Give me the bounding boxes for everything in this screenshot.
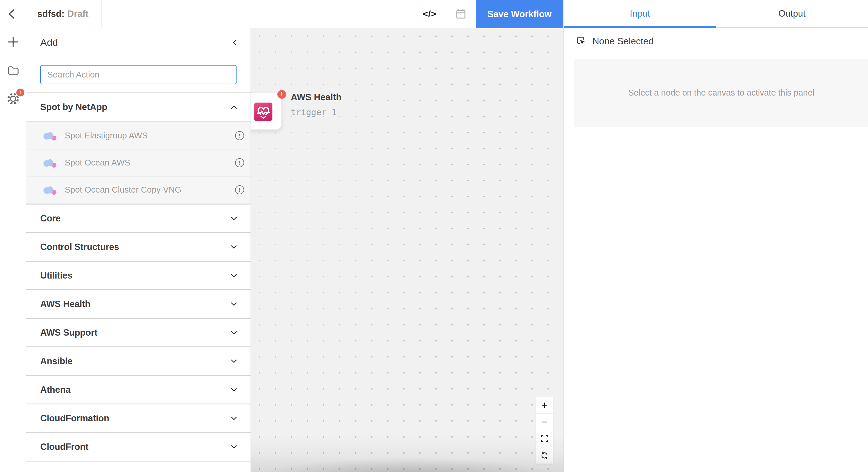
plus-icon xyxy=(6,35,20,49)
back-button[interactable] xyxy=(0,0,26,28)
category-label: AWS Health xyxy=(40,299,90,309)
category-cloudformation[interactable]: CloudFormation xyxy=(26,404,251,432)
category-spot-by-netapp[interactable]: Spot by NetApp xyxy=(26,93,251,122)
aws-health-node-icon xyxy=(254,103,272,121)
folder-icon xyxy=(6,64,20,77)
zoom-in-button[interactable]: + xyxy=(536,397,553,414)
code-view-button[interactable]: </> xyxy=(414,0,445,28)
fit-view-button[interactable] xyxy=(536,430,553,447)
chevron-down-icon xyxy=(230,444,238,449)
reset-icon xyxy=(540,451,549,460)
fullscreen-icon xyxy=(540,434,549,443)
node-label: AWS Health trigger_1 xyxy=(291,92,342,117)
zoom-out-button[interactable]: − xyxy=(536,414,553,430)
category-label: CloudFormation xyxy=(40,413,110,424)
spot-items-list: Spot Elastigroup AWS ! Spot Ocean AWS ! xyxy=(26,122,251,204)
calendar-icon xyxy=(455,8,467,20)
list-item-label: Spot Ocean Cluster Copy VNG xyxy=(65,185,181,195)
category-label: Control Structures xyxy=(40,242,119,252)
category-label: Core xyxy=(40,213,61,224)
active-tab-underline xyxy=(564,26,716,28)
workflow-title: sdfsd: Draft xyxy=(26,0,102,28)
category-ansible[interactable]: Ansible xyxy=(26,346,251,375)
list-item-spot-ocean-cluster-copy-vng[interactable]: Spot Ocean Cluster Copy VNG ! xyxy=(26,176,251,204)
inspector-panel: Input Output None Selected Select a node… xyxy=(563,0,868,472)
search-action-input[interactable] xyxy=(40,65,237,84)
code-icon: </> xyxy=(423,9,436,19)
list-item-spot-ocean-aws[interactable]: Spot Ocean AWS ! xyxy=(26,149,251,176)
category-control-structures[interactable]: Control Structures xyxy=(26,232,251,261)
selection-status: None Selected xyxy=(564,28,868,51)
spot-cloud-icon xyxy=(42,158,57,168)
node-title: AWS Health xyxy=(291,92,342,103)
chevron-down-icon xyxy=(230,330,238,335)
settings-button[interactable]: ! xyxy=(0,85,26,113)
workflow-status: Draft xyxy=(67,9,88,19)
heart-pulse-icon xyxy=(256,105,271,119)
tab-output[interactable]: Output xyxy=(716,0,868,27)
category-label: CloudWatch xyxy=(40,470,92,472)
chevron-down-icon xyxy=(230,273,238,278)
category-label: AWS Support xyxy=(40,328,97,338)
category-core[interactable]: Core xyxy=(26,204,251,232)
chevron-down-icon xyxy=(230,359,238,364)
chevron-down-icon xyxy=(230,416,238,421)
add-actions-panel: Add Spot by NetApp xyxy=(26,28,251,472)
inspector-tabs: Input Output xyxy=(564,0,868,28)
list-item-label: Spot Ocean AWS xyxy=(65,158,130,168)
category-aws-health[interactable]: AWS Health xyxy=(26,289,251,318)
new-workflow-button[interactable] xyxy=(0,28,26,56)
warning-icon: ! xyxy=(235,185,244,194)
category-label: Utilities xyxy=(40,270,72,281)
search-section xyxy=(26,57,251,93)
reset-view-button[interactable] xyxy=(536,447,553,464)
node-error-badge: ! xyxy=(277,90,286,99)
chevron-down-icon xyxy=(230,387,238,393)
save-workflow-button[interactable]: Save Workflow xyxy=(476,0,563,28)
selection-status-label: None Selected xyxy=(592,36,654,46)
select-cursor-icon xyxy=(576,36,586,46)
chevron-down-icon xyxy=(230,302,238,307)
category-cloudwatch[interactable]: CloudWatch xyxy=(26,461,251,472)
warning-icon: ! xyxy=(235,131,244,140)
workflow-name: sdfsd: xyxy=(37,9,64,19)
chevron-down-icon xyxy=(230,244,238,250)
settings-alert-badge: ! xyxy=(16,89,24,96)
empty-state-box: Select a node on the canvas to activate … xyxy=(574,59,868,127)
category-athena[interactable]: Athena xyxy=(26,375,251,404)
spot-cloud-icon xyxy=(42,131,57,141)
workflow-editor: ! AWS Health trigger_1 + − xyxy=(0,0,868,472)
warning-icon: ! xyxy=(235,158,244,167)
collapse-panel-button[interactable] xyxy=(231,38,239,46)
chevron-up-icon xyxy=(230,105,238,110)
category-label: Ansible xyxy=(40,356,73,367)
category-label: Spot by NetApp xyxy=(40,102,107,112)
category-cloudfront[interactable]: CloudFront xyxy=(26,432,251,461)
category-label: Athena xyxy=(40,384,70,395)
add-panel-header: Add xyxy=(26,28,251,57)
add-panel-title: Add xyxy=(40,37,58,48)
category-utilities[interactable]: Utilities xyxy=(26,261,251,289)
chevron-left-icon xyxy=(6,7,20,21)
node-id: trigger_1 xyxy=(291,107,342,117)
top-header: sdfsd: Draft </> Save Workflow xyxy=(0,0,563,28)
empty-state-hint: Select a node on the canvas to activate … xyxy=(628,88,814,98)
chevron-left-icon xyxy=(231,38,239,46)
list-item-label: Spot Elastigroup AWS xyxy=(65,131,148,140)
category-aws-support[interactable]: AWS Support xyxy=(26,318,251,346)
canvas-controls: + − xyxy=(536,397,553,464)
list-item-spot-elastigroup-aws[interactable]: Spot Elastigroup AWS ! xyxy=(26,122,251,149)
tab-input[interactable]: Input xyxy=(564,0,716,27)
left-rail: ! xyxy=(0,28,26,472)
workflows-folder-button[interactable] xyxy=(0,56,26,85)
category-label: CloudFront xyxy=(40,442,88,452)
spot-cloud-icon xyxy=(42,185,57,195)
chevron-down-icon xyxy=(230,216,238,221)
schedule-button[interactable] xyxy=(445,0,476,28)
